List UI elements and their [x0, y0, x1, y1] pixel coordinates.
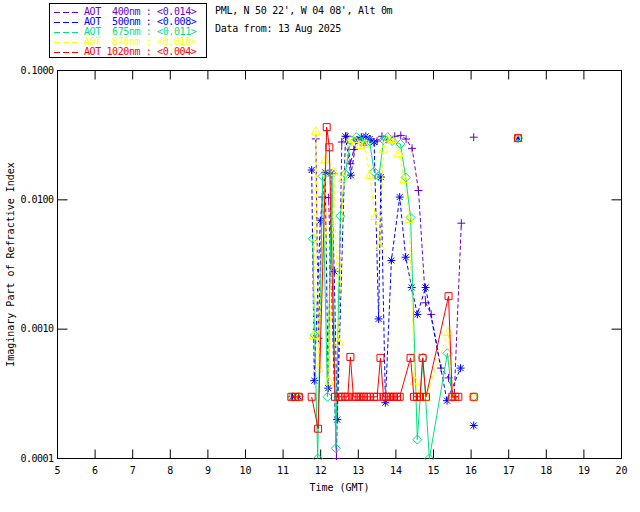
x-tick-label: 19 [578, 465, 590, 476]
x-tick-label: 5 [54, 465, 60, 476]
triangle-marker [444, 328, 453, 336]
x-tick-label: 17 [503, 465, 515, 476]
asterisk-marker [370, 138, 378, 146]
y-tick-label: 0.0100 [20, 194, 54, 205]
x-tick-label: 18 [540, 465, 552, 476]
y-tick-label: 0.0001 [20, 453, 54, 464]
x-tick-label: 11 [277, 465, 289, 476]
x-axis-title: Time (GMT) [309, 482, 369, 493]
plus-marker [470, 133, 478, 141]
asterisk-marker [333, 416, 341, 424]
asterisk-marker [402, 253, 410, 261]
x-tick-label: 7 [130, 465, 136, 476]
plus-marker [332, 455, 340, 463]
x-tick-label: 9 [205, 465, 211, 476]
x-tick-label: 14 [390, 465, 402, 476]
asterisk-marker [413, 310, 421, 318]
asterisk-marker [310, 377, 318, 385]
axis-labels: 5678910111213141516171819200.10000.01000… [5, 65, 628, 494]
plot-svg: 5678910111213141516171819200.10000.01000… [0, 0, 640, 512]
y-axis-title: Imaginary Part of Refractive Index [5, 162, 16, 367]
x-tick-label: 15 [427, 465, 439, 476]
plus-marker [408, 144, 416, 152]
y-tick-label: 0.1000 [20, 65, 54, 76]
square-marker [308, 393, 315, 400]
asterisk-marker [375, 315, 383, 323]
asterisk-marker [470, 421, 478, 429]
plus-marker [397, 131, 405, 139]
x-tick-label: 16 [465, 465, 477, 476]
x-tick-label: 10 [239, 465, 251, 476]
plus-marker [414, 187, 422, 195]
x-tick-label: 20 [615, 465, 627, 476]
x-tick-label: 12 [315, 465, 327, 476]
plus-marker [457, 219, 465, 227]
asterisk-marker [457, 364, 465, 372]
asterisk-marker [396, 193, 404, 201]
y-tick-label: 0.0010 [20, 323, 54, 334]
x-tick-label: 13 [352, 465, 364, 476]
x-tick-label: 6 [92, 465, 98, 476]
asterisk-marker [308, 166, 316, 174]
asterisk-marker [387, 256, 395, 264]
x-tick-label: 8 [167, 465, 173, 476]
aeronet-refractive-index-chart: AOT 400nm : <0.014>AOT 500nm : <0.008>AO… [0, 0, 640, 512]
data-series [288, 124, 523, 463]
asterisk-marker [422, 283, 430, 291]
